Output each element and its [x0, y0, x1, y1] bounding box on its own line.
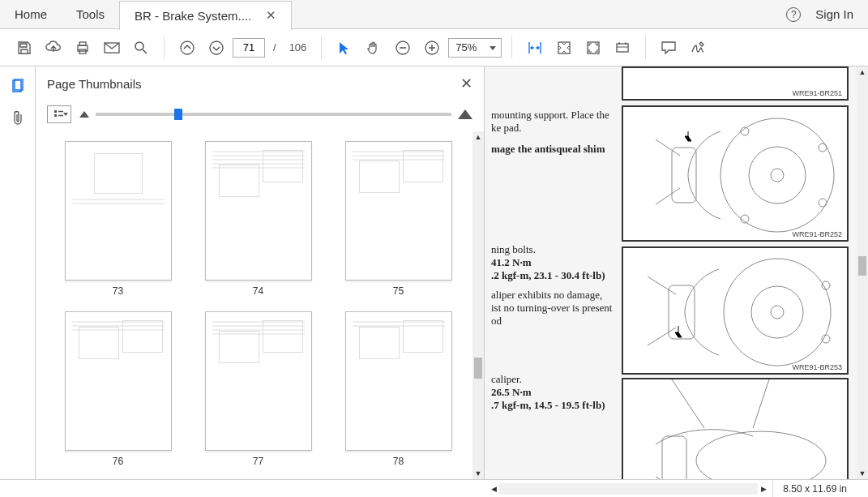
- thumbnail-73[interactable]: 73: [52, 141, 184, 297]
- svg-point-25: [751, 286, 803, 338]
- thumbnails-grid: 73 74 75 76 77 78: [36, 131, 484, 479]
- svg-rect-11: [617, 44, 628, 52]
- cloud-upload-icon[interactable]: [41, 35, 66, 61]
- thumbnail-74[interactable]: 74: [192, 141, 324, 297]
- svg-rect-31: [662, 436, 686, 479]
- read-mode-icon[interactable]: [609, 35, 635, 61]
- selection-tool-icon[interactable]: [331, 35, 357, 61]
- svg-point-16: [720, 118, 834, 232]
- page-sep: /: [273, 41, 276, 54]
- sign-in-link[interactable]: Sign In: [815, 7, 853, 21]
- thumbnail-75[interactable]: 75: [332, 141, 464, 297]
- search-icon[interactable]: [128, 35, 154, 61]
- svg-rect-19: [672, 148, 696, 203]
- fit-width-icon[interactable]: [522, 35, 548, 61]
- print-icon[interactable]: [70, 35, 96, 61]
- svg-rect-27: [669, 285, 695, 339]
- zoom-in-icon[interactable]: [419, 35, 445, 61]
- svg-point-6: [210, 41, 223, 54]
- tab-document[interactable]: BR - Brake System.... ✕: [119, 1, 292, 30]
- doc-figure: WRE91-BR251: [622, 66, 849, 101]
- attachments-rail-icon[interactable]: [6, 107, 29, 130]
- sign-icon[interactable]: [685, 35, 711, 61]
- help-icon[interactable]: ?: [786, 7, 801, 22]
- page-down-icon[interactable]: [203, 35, 229, 61]
- svg-point-24: [724, 259, 831, 366]
- svg-point-28: [822, 281, 830, 289]
- page-total: 106: [289, 41, 307, 54]
- tab-home-label: Home: [15, 7, 47, 21]
- thumbnail-78[interactable]: 78: [332, 311, 464, 467]
- zoom-out-icon[interactable]: [390, 35, 416, 61]
- zoom-large-icon: [458, 109, 472, 119]
- fullscreen-icon[interactable]: [580, 35, 606, 61]
- document-scrollbar[interactable]: ▲▼: [857, 66, 868, 479]
- thumbnails-panel: Page Thumbnails ✕ 73 74 75 76 77 78: [36, 66, 485, 479]
- thumbnail-76[interactable]: 76: [52, 311, 184, 467]
- document-view[interactable]: mounting support. Place the ke pad. mage…: [485, 66, 868, 479]
- svg-point-30: [696, 431, 826, 479]
- svg-point-5: [181, 41, 194, 54]
- doc-figure: WRE91-BR253: [622, 246, 849, 375]
- doc-text: .2 kgf-m, 23.1 - 30.4 ft-lb): [491, 269, 621, 282]
- svg-point-29: [822, 335, 830, 343]
- zoom-value: 75%: [455, 41, 477, 54]
- main-area: Page Thumbnails ✕ 73 74 75 76 77 78: [0, 66, 868, 479]
- doc-text: ke pad.: [491, 122, 621, 135]
- thumbnails-scrollbar[interactable]: ▲▼: [472, 131, 484, 479]
- tab-document-label: BR - Brake System....: [135, 9, 251, 23]
- doc-text: 41.2 N·m: [491, 256, 621, 269]
- svg-rect-15: [54, 114, 57, 117]
- svg-point-26: [771, 306, 784, 319]
- page-dimensions: 8.50 x 11.69 in: [772, 480, 857, 497]
- svg-point-17: [749, 147, 806, 204]
- tab-tools-label: Tools: [76, 7, 105, 21]
- hand-tool-icon[interactable]: [361, 35, 387, 61]
- svg-point-20: [819, 144, 827, 152]
- doc-figure: [622, 378, 849, 479]
- tab-bar: Home Tools BR - Brake System.... ✕ ? Sig…: [0, 0, 868, 29]
- comment-icon[interactable]: [656, 35, 682, 61]
- svg-point-18: [771, 169, 784, 182]
- svg-rect-14: [54, 110, 57, 113]
- horizontal-scrollbar[interactable]: ◀▶: [488, 483, 769, 495]
- save-icon[interactable]: [11, 35, 37, 61]
- doc-figure: WRE91-BR252: [622, 105, 849, 242]
- thumbnails-rail-icon[interactable]: [6, 75, 29, 97]
- thumbnail-size-slider[interactable]: [79, 109, 472, 119]
- doc-text: 26.5 N·m: [491, 386, 621, 399]
- zoom-small-icon: [79, 111, 89, 118]
- thumbnail-77[interactable]: 77: [192, 311, 324, 467]
- doc-text: caliper.: [491, 373, 621, 386]
- close-panel-icon[interactable]: ✕: [460, 75, 472, 92]
- doc-text: mage the antisqueal shim: [491, 143, 621, 156]
- svg-rect-1: [79, 42, 86, 45]
- mail-icon[interactable]: [99, 35, 125, 61]
- thumbnails-title: Page Thumbnails: [47, 77, 141, 91]
- doc-text: mounting support. Place the: [491, 109, 621, 122]
- zoom-select[interactable]: 75%: [448, 38, 502, 58]
- tab-home[interactable]: Home: [0, 0, 62, 29]
- doc-text: .7 kgf-m, 14.5 - 19.5 ft-lb): [491, 399, 621, 412]
- thumbnail-options-button[interactable]: [47, 105, 71, 123]
- svg-point-21: [819, 199, 827, 207]
- toolbar: / 106 75%: [0, 29, 868, 66]
- close-tab-icon[interactable]: ✕: [266, 8, 276, 23]
- tab-tools[interactable]: Tools: [62, 0, 119, 29]
- doc-text: aliper exhibits no damage,: [491, 289, 621, 302]
- fit-page-icon[interactable]: [551, 35, 577, 61]
- page-up-icon[interactable]: [174, 35, 200, 61]
- svg-point-4: [135, 42, 143, 50]
- doc-text: od: [491, 315, 621, 328]
- side-rail: [0, 66, 36, 479]
- svg-rect-9: [558, 42, 570, 54]
- doc-text: ning bolts.: [491, 243, 621, 256]
- status-bar: ◀▶ 8.50 x 11.69 in: [0, 479, 868, 497]
- page-number-input[interactable]: [233, 38, 265, 58]
- doc-text: ist no turning-over is present: [491, 302, 621, 315]
